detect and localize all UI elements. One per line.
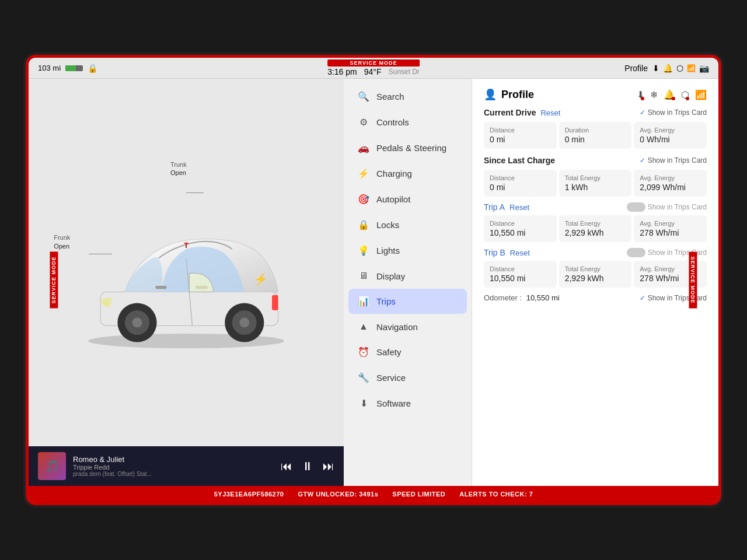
person-icon: 👤 — [484, 88, 497, 101]
nav-item-pedals[interactable]: 🚗 Pedals & Steering — [348, 135, 467, 160]
service-mode-badge: SERVICE MODE — [327, 60, 420, 66]
nav-item-autopilot[interactable]: 🎯 Autopilot — [348, 187, 467, 212]
since-last-charge-stats: Distance 0 mi Total Energy 1 kWh Avg. En… — [484, 170, 707, 197]
nav-label-charging: Charging — [376, 169, 412, 178]
time-display: 3:16 pm — [327, 67, 357, 76]
svg-text:⚡: ⚡ — [254, 272, 268, 286]
current-drive-reset[interactable]: Reset — [540, 108, 560, 117]
snowflake-icon: ❄ — [650, 89, 658, 100]
trip-b-toggle-switch[interactable] — [627, 248, 645, 257]
nav-item-charging[interactable]: ⚡ Charging — [348, 161, 467, 186]
nav-label-controls: Controls — [376, 117, 409, 127]
odometer-label: Odometer : 10,550 mi — [484, 293, 560, 302]
nav-label-safety: Safety — [376, 347, 402, 357]
battery-bar — [65, 65, 83, 71]
prev-track-button[interactable]: ⏮ — [281, 460, 292, 473]
svg-point-10 — [239, 318, 249, 328]
svg-text:T: T — [184, 242, 189, 250]
profile-icons: ⬇ ❄ 🔔 ⬡ 📶 — [637, 89, 707, 100]
music-bar: 🎵 Romeo & Juliet Trippie Redd prada dem … — [29, 446, 344, 486]
signal-status-icon: 📶 — [695, 89, 707, 100]
status-center: SERVICE MODE 3:16 pm 94°F Sunset Dr — [327, 60, 420, 76]
camera-icon: 📷 — [699, 64, 709, 73]
status-bar: 103 mi 🔒 SERVICE MODE 3:16 pm 94°F Sunse… — [29, 58, 718, 79]
temperature-display: 94°F — [364, 67, 382, 76]
speed-limited-display: SPEED LIMITED — [392, 491, 445, 498]
status-icons: ⬇ 🔔 ⬡ 📶 📷 — [652, 64, 709, 73]
trip-a-distance: Distance 10,550 mi — [484, 215, 557, 242]
trips-icon: 📊 — [358, 296, 369, 307]
bell-icon: 🔔 — [663, 64, 673, 73]
alerts-display: ALERTS TO CHECK: 7 — [459, 491, 533, 498]
lock-icon: 🔒 — [88, 64, 97, 73]
trip-b-distance: Distance 10,550 mi — [484, 261, 557, 288]
svg-rect-4 — [156, 286, 167, 289]
trip-a-toggle-switch[interactable] — [627, 202, 645, 212]
music-artist: Trippie Redd — [73, 464, 274, 471]
profile-label[interactable]: Profile — [624, 64, 648, 73]
since-total-energy: Total Energy 1 kWh — [559, 170, 632, 197]
trip-b-total-energy: Total Energy 2,929 kWh — [559, 261, 632, 288]
trip-b-reset[interactable]: Reset — [510, 249, 530, 257]
autopilot-icon: 🎯 — [358, 194, 369, 205]
since-last-charge-title: Since Last Charge — [484, 156, 555, 165]
software-icon: ⬇ — [358, 398, 369, 409]
service-info-bar: 5YJ3E1EA6PF586270 GTW UNLOCKED: 3491s SP… — [29, 486, 718, 502]
current-drive-avg-energy: Avg. Energy 0 Wh/mi — [634, 122, 707, 149]
service-mode-label-right: SERVICE MODE — [689, 252, 697, 309]
nav-label-pedals: Pedals & Steering — [376, 143, 446, 153]
odometer-row: Odometer : 10,550 mi ✓ Show in Trips Car… — [484, 293, 707, 302]
service-icon: 🔧 — [358, 372, 369, 383]
lights-icon: 💡 — [358, 245, 369, 256]
status-right: Profile ⬇ 🔔 ⬡ 📶 📷 — [624, 64, 709, 73]
trip-a-total-energy: Total Energy 2,929 kWh — [559, 215, 632, 242]
nav-label-locks: Locks — [376, 220, 399, 230]
since-distance: Distance 0 mi — [484, 170, 557, 197]
current-drive-stats: Distance 0 mi Duration 0 min Avg. Energy… — [484, 122, 707, 149]
download-status-icon: ⬇ — [637, 89, 644, 100]
nav-item-trips[interactable]: 📊 Trips — [348, 289, 467, 314]
music-controls[interactable]: ⏮ ⏸ ⏭ — [281, 460, 334, 473]
signal-icon: 📶 — [687, 64, 696, 72]
play-pause-button[interactable]: ⏸ — [302, 460, 313, 473]
nav-item-display[interactable]: 🖥 Display — [348, 264, 467, 288]
nav-item-controls[interactable]: ⚙ Controls — [348, 110, 467, 135]
nav-item-search[interactable]: 🔍 Search — [348, 84, 467, 109]
trip-a-avg-energy: Avg. Energy 278 Wh/mi — [634, 215, 707, 242]
trip-a-section: Trip A Reset Show in Trips Card Distance… — [484, 202, 707, 242]
nav-item-lights[interactable]: 💡 Lights — [348, 238, 467, 263]
trip-a-toggle: Show in Trips Card — [627, 202, 707, 212]
profile-title: 👤 Profile — [484, 88, 534, 101]
status-left: 103 mi 🔒 — [38, 64, 97, 73]
nav-item-navigation[interactable]: ▲ Navigation — [348, 314, 467, 339]
current-drive-distance: Distance 0 mi — [484, 122, 557, 149]
bell-status-icon: 🔔 — [664, 89, 675, 100]
music-info: Romeo & Juliet Trippie Redd prada dem (f… — [73, 455, 274, 477]
nav-item-locks[interactable]: 🔒 Locks — [348, 212, 467, 237]
vin-display: 5YJ3E1EA6PF586270 — [214, 491, 284, 498]
nav-label-navigation: Navigation — [376, 322, 418, 332]
profile-header: 👤 Profile ⬇ ❄ 🔔 ⬡ 📶 — [484, 88, 707, 101]
nav-item-service[interactable]: 🔧 Service — [348, 365, 467, 390]
trip-a-reset[interactable]: Reset — [509, 203, 529, 212]
trip-b-label: Trip B — [484, 248, 505, 257]
next-track-button[interactable]: ⏭ — [323, 460, 334, 473]
trip-a-label: Trip A — [484, 202, 505, 212]
music-subtitle: prada dem (feat. Offset) Stat... — [73, 471, 274, 477]
display-icon: 🖥 — [358, 271, 369, 281]
current-drive-header: Current Drive Reset ✓ Show in Trips Card — [484, 108, 707, 117]
nav-menu: 🔍 Search ⚙ Controls 🚗 Pedals & Steering … — [344, 79, 472, 486]
battery-info: 103 mi — [38, 64, 61, 72]
download-icon: ⬇ — [652, 64, 659, 73]
gtw-display: GTW UNLOCKED: 3491s — [298, 491, 378, 498]
navigation-icon: ▲ — [358, 321, 369, 332]
trip-b-stats: Distance 10,550 mi Total Energy 2,929 kW… — [484, 261, 707, 288]
bt-status-icon: ⬡ — [681, 89, 689, 100]
nav-item-safety[interactable]: ⏰ Safety — [348, 340, 467, 365]
current-drive-title: Current Drive — [484, 108, 536, 117]
content-area: Frunk Open Trunk Open — [29, 79, 718, 486]
nav-item-software[interactable]: ⬇ Software — [348, 391, 467, 416]
trip-b-section: Trip B Reset Show in Trips Card Distance… — [484, 248, 707, 288]
service-mode-label-left: SERVICE MODE — [50, 252, 58, 309]
battery-fill — [65, 65, 76, 71]
